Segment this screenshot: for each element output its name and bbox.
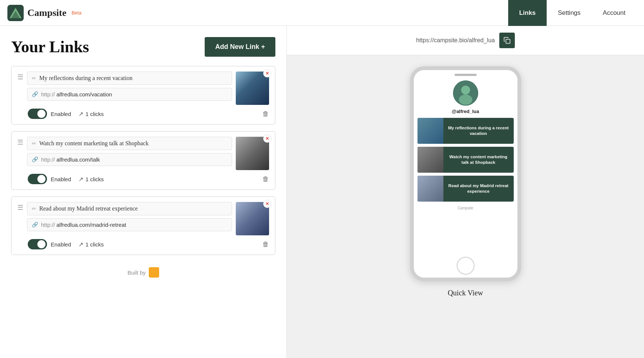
drag-handle-3[interactable]: ☰ — [17, 203, 23, 212]
chart-icon-1: ↗ — [78, 110, 83, 117]
clicks-area-1: ↗ 1 clicks — [78, 110, 104, 117]
toggle-2[interactable] — [28, 174, 47, 184]
phone-home-button — [457, 257, 474, 275]
clicks-area-2: ↗ 1 clicks — [78, 176, 104, 183]
drag-handle-2[interactable]: ☰ — [17, 138, 23, 146]
drag-handle-1[interactable]: ☰ — [17, 73, 23, 81]
add-new-link-button[interactable]: Add New Link + — [205, 37, 275, 57]
logo-area: Campsite Beta — [7, 5, 508, 21]
link-icon-2: 🔗 — [32, 156, 38, 163]
link-card-3: ☰ ✏ 🔗 http:// ✕ — [11, 196, 275, 255]
card-bottom-row-1: Enabled ↗ 1 clicks 🗑 — [17, 109, 269, 119]
preview-link-text-1: My reflections during a recent vacation — [443, 118, 514, 144]
page-header: Your Links Add New Link + — [11, 37, 275, 57]
profile-username: @alfred_lua — [452, 109, 479, 114]
page-title: Your Links — [11, 37, 89, 56]
card-bottom-row-2: Enabled ↗ 1 clicks 🗑 — [17, 174, 269, 184]
svg-rect-3 — [506, 39, 510, 43]
preview-url-text: https://campsite.bio/alfred_lua — [416, 37, 495, 44]
logo-text: Campsite — [27, 7, 66, 19]
link-icon-3: 🔗 — [32, 222, 38, 228]
enabled-label-2: Enabled — [51, 176, 71, 182]
clicks-count-1: 1 clicks — [85, 111, 104, 117]
phone-screen: @alfred_lua My reflections during a rece… — [414, 76, 517, 255]
clicks-count-2: 1 clicks — [85, 176, 104, 182]
url-prefix-2: http:// — [41, 156, 55, 163]
enabled-label-3: Enabled — [51, 241, 71, 248]
quick-view-label: Quick View — [448, 289, 483, 297]
url-row-3: 🔗 http:// — [27, 218, 232, 231]
card-top-row-3: ☰ ✏ 🔗 http:// ✕ — [17, 202, 269, 235]
preview-link-card-2[interactable]: Watch my content marketing talk at Shopb… — [417, 147, 514, 173]
link-card-2: ☰ ✏ 🔗 http:// ✕ — [11, 131, 275, 190]
preview-thumb-3 — [417, 176, 443, 202]
thumb-area-2: ✕ — [236, 137, 269, 170]
chart-icon-3: ↗ — [78, 241, 83, 248]
campsite-logo-icon — [7, 5, 24, 21]
clicks-area-3: ↗ 1 clicks — [78, 241, 104, 248]
profile-avatar — [453, 80, 478, 106]
main-layout: Your Links Add New Link + ☰ ✏ 🔗 http:// — [0, 26, 644, 358]
delete-btn-1[interactable]: 🗑 — [262, 110, 269, 118]
built-by-label: Built by — [127, 269, 145, 276]
enabled-label-1: Enabled — [51, 111, 71, 117]
url-input-2[interactable] — [57, 156, 227, 163]
toggle-3[interactable] — [28, 239, 47, 249]
header: Campsite Beta Links Settings Account — [0, 0, 644, 26]
url-prefix-3: http:// — [41, 222, 55, 228]
thumb-image-3[interactable] — [236, 202, 269, 235]
thumb-image-1[interactable] — [236, 72, 269, 105]
card-fields-1: ✏ 🔗 http:// — [27, 72, 232, 101]
title-input-2[interactable] — [39, 140, 227, 147]
title-row-1: ✏ — [27, 72, 232, 85]
url-prefix-1: http:// — [41, 91, 55, 97]
svg-point-5 — [461, 86, 470, 95]
thumb-area-3: ✕ — [236, 202, 269, 235]
nav-settings[interactable]: Settings — [547, 0, 591, 26]
card-fields-2: ✏ 🔗 http:// — [27, 137, 232, 166]
preview-link-card-1[interactable]: My reflections during a recent vacation — [417, 118, 514, 144]
title-row-3: ✏ — [27, 202, 232, 215]
svg-point-6 — [459, 95, 472, 105]
pencil-icon-1: ✏ — [32, 75, 36, 82]
remove-thumb-3[interactable]: ✕ — [263, 200, 271, 208]
url-row-1: 🔗 http:// — [27, 88, 232, 101]
delete-btn-3[interactable]: 🗑 — [262, 241, 269, 248]
preview-link-text-3: Read about my Madrid retreat experience — [443, 176, 514, 202]
toggle-1[interactable] — [28, 109, 47, 119]
main-nav: Links Settings Account — [508, 0, 637, 26]
card-fields-3: ✏ 🔗 http:// — [27, 202, 232, 231]
preview-url-bar: https://campsite.bio/alfred_lua — [287, 26, 644, 55]
url-input-3[interactable] — [57, 222, 227, 228]
preview-thumb-2 — [417, 147, 443, 173]
preview-thumb-1 — [417, 118, 443, 144]
copy-url-button[interactable] — [499, 33, 515, 48]
card-bottom-row-3: Enabled ↗ 1 clicks 🗑 — [17, 239, 269, 249]
link-icon-1: 🔗 — [32, 91, 38, 97]
thumb-image-2[interactable] — [236, 137, 269, 170]
right-panel: https://campsite.bio/alfred_lua — [287, 26, 644, 358]
nav-links[interactable]: Links — [508, 0, 547, 26]
title-input-1[interactable] — [39, 75, 227, 82]
thumb-area-1: ✕ — [236, 72, 269, 105]
link-card-1: ☰ ✏ 🔗 http:// ✕ — [11, 66, 275, 125]
delete-btn-2[interactable]: 🗑 — [262, 175, 269, 183]
beta-badge: Beta — [71, 10, 81, 16]
remove-thumb-2[interactable]: ✕ — [263, 135, 271, 143]
left-panel: Your Links Add New Link + ☰ ✏ 🔗 http:// — [0, 26, 287, 358]
phone-mockup: @alfred_lua My reflections during a rece… — [410, 66, 521, 281]
remove-thumb-1[interactable]: ✕ — [263, 69, 271, 77]
title-input-3[interactable] — [39, 205, 227, 212]
preview-link-text-2: Watch my content marketing talk at Shopb… — [443, 147, 514, 173]
nav-account[interactable]: Account — [592, 0, 637, 26]
built-by-footer: Built by — [11, 262, 275, 281]
chart-icon-2: ↗ — [78, 176, 83, 183]
url-input-1[interactable] — [57, 91, 227, 97]
clicks-count-3: 1 clicks — [85, 241, 104, 248]
built-by-logo — [149, 267, 159, 278]
pencil-icon-3: ✏ — [32, 206, 36, 212]
card-top-row-1: ☰ ✏ 🔗 http:// ✕ — [17, 72, 269, 105]
preview-link-card-3[interactable]: Read about my Madrid retreat experience — [417, 176, 514, 202]
url-row-2: 🔗 http:// — [27, 153, 232, 166]
card-top-row-2: ☰ ✏ 🔗 http:// ✕ — [17, 137, 269, 170]
